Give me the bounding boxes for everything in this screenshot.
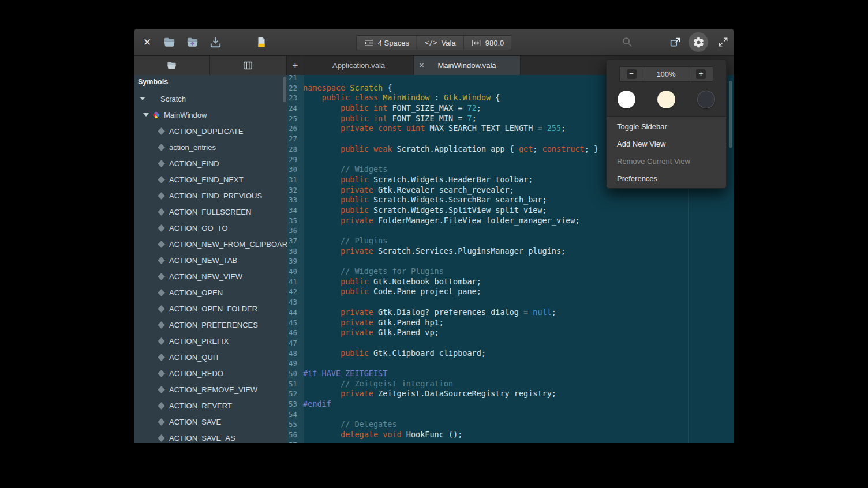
search-button[interactable] [618,32,637,52]
sidebar-item-ACTION_FIND_PREVIOUS[interactable]: ACTION_FIND_PREVIOUS [134,187,287,204]
code-line-54[interactable]: 54 [287,410,734,420]
sidebar-item-ACTION_SAVE[interactable]: ACTION_SAVE [134,414,287,430]
code-line-53[interactable]: 53#endif [287,399,734,410]
color-scheme-dark[interactable] [697,91,715,108]
color-scheme-solarized-light[interactable] [657,91,675,108]
symbols-pane-button[interactable] [210,56,286,75]
code-line-37[interactable]: 37 // Plugins [287,236,734,246]
sidebar-scrollbar[interactable] [283,77,286,102]
line-number: 21 [287,75,301,83]
new-from-template-button[interactable] [252,32,271,52]
code-line-34[interactable]: 34 public Scratch.Widgets.SplitView spli… [287,205,734,216]
color-scheme-light[interactable] [618,91,635,108]
sidebar-item-ACTION_QUIT[interactable]: ACTION_QUIT [134,349,287,365]
code-line-40[interactable]: 40 // Widgets for Plugins [287,266,734,277]
sidebar-item-action_entries[interactable]: action_entries [134,139,287,155]
line-number: 44 [287,307,301,318]
sidebar-item-ACTION_PREFIX[interactable]: ACTION_PREFIX [134,333,287,349]
symbol-label: ACTION_PREFIX [169,337,229,346]
code-line-35[interactable]: 35 private FolderManager.FileView folder… [287,216,734,226]
gear-icon [693,36,705,48]
settings-button[interactable] [689,32,708,52]
line-number: 36 [287,226,301,236]
code-line-46[interactable]: 46 private Gtk.Paned vp; [287,328,734,338]
sidebar-item-ACTION_FULLSCREEN[interactable]: ACTION_FULLSCREEN [134,204,287,220]
open-project-button[interactable] [182,32,202,52]
sidebar-item-ACTION_FIND_NEXT[interactable]: ACTION_FIND_NEXT [134,171,287,187]
code-line-57[interactable]: 57 [287,440,734,443]
symbol-label: ACTION_FULLSCREEN [169,208,251,216]
menu-item-remove-current-view: Remove Current View [607,152,726,170]
zoom-in-button[interactable]: + [689,67,713,81]
code-line-33[interactable]: 33 public Scratch.Widgets.SearchBar sear… [287,195,734,205]
menu-item-preferences[interactable]: Preferences [607,170,726,187]
code-line-51[interactable]: 51 // Zeitgeist integration [287,379,734,389]
line-number: 41 [287,277,301,287]
fullscreen-icon [717,36,729,48]
code-text: public weak Scratch.Application app { ge… [301,144,598,155]
editor-scrollbar[interactable] [729,81,732,148]
symbol-label: ACTION_DUPLICATE [169,127,243,136]
code-text: // Widgets [301,164,387,175]
new-tab-button[interactable]: + [287,56,304,75]
line-number: 57 [287,440,301,443]
language-button[interactable]: </> Vala [417,36,464,50]
tab-Application.vala[interactable]: Application.vala [304,56,414,75]
open-file-button[interactable] [159,32,179,52]
menu-item-add-new-view[interactable]: Add New View [607,135,726,152]
tab-close-icon[interactable]: ✕ [419,62,424,69]
sidebar-item-ACTION_REDO[interactable]: ACTION_REDO [134,365,287,381]
code-line-43[interactable]: 43 [287,297,734,307]
sidebar-title: Symbols [138,78,168,86]
code-line-55[interactable]: 55 // Delegates [287,419,734,430]
window-close-button[interactable]: ✕ [137,32,157,52]
tab-MainWindow.vala[interactable]: ✕MainWindow.vala [414,56,521,75]
code-line-50[interactable]: 50#if HAVE_ZEITGEIST [287,369,734,379]
fullscreen-button[interactable] [713,32,733,52]
code-line-56[interactable]: 56 delegate void HookFunc (); [287,430,734,440]
member-symbol-icon [158,337,165,345]
code-line-47[interactable]: 47 [287,338,734,348]
goto-line-button[interactable]: 980.0 [464,36,512,50]
sidebar-item-ACTION_SAVE_AS[interactable]: ACTION_SAVE_AS [134,430,287,443]
code-line-45[interactable]: 45 private Gtk.Paned hp1; [287,318,734,328]
sidebar-item-Scratch[interactable]: Scratch [134,91,287,107]
menu-item-toggle-sidebar[interactable]: Toggle Sidebar [607,118,726,135]
code-line-41[interactable]: 41 public Gtk.Notebook bottombar; [287,277,734,287]
code-line-38[interactable]: 38 private Scratch.Services.PluginsManag… [287,246,734,257]
code-line-48[interactable]: 48 public Gtk.Clipboard clipboard; [287,348,734,359]
open-project-folder-icon [186,36,199,49]
sidebar-item-ACTION_REMOVE_VIEW[interactable]: ACTION_REMOVE_VIEW [134,381,287,397]
indentation-button[interactable]: 4 Spaces [357,36,417,50]
sidebar-item-ACTION_DUPLICATE[interactable]: ACTION_DUPLICATE [134,123,287,139]
member-symbol-icon [158,418,165,426]
share-button[interactable] [665,32,685,52]
line-number: 46 [287,328,301,338]
code-line-42[interactable]: 42 public Code.Pane project_pane; [287,287,734,297]
save-button[interactable] [205,32,225,52]
sidebar-item-ACTION_GO_TO[interactable]: ACTION_GO_TO [134,220,287,236]
chevron-down-icon[interactable] [140,97,145,100]
code-line-44[interactable]: 44 private Gtk.Dialog? preferences_dialo… [287,307,734,318]
folder-pane-button[interactable] [134,56,210,75]
sidebar-item-ACTION_PREFERENCES[interactable]: ACTION_PREFERENCES [134,317,287,333]
code-line-36[interactable]: 36 [287,226,734,236]
code-line-39[interactable]: 39 [287,256,734,266]
zoom-level-button[interactable]: 100% [643,67,689,81]
sidebar-item-ACTION_OPEN_FOLDER[interactable]: ACTION_OPEN_FOLDER [134,301,287,317]
sidebar-item-ACTION_OPEN[interactable]: ACTION_OPEN [134,284,287,301]
sidebar-item-ACTION_REVERT[interactable]: ACTION_REVERT [134,397,287,414]
sidebar-item-ACTION_FIND[interactable]: ACTION_FIND [134,155,287,171]
symbol-label: ACTION_QUIT [169,353,219,362]
code-text: public Scratch.Widgets.SplitView split_v… [301,205,547,216]
zoom-out-button[interactable]: − [620,67,643,81]
sidebar-item-ACTION_NEW_TAB[interactable]: ACTION_NEW_TAB [134,252,287,268]
code-line-52[interactable]: 52 private Zeitgeist.DataSourceRegistry … [287,389,734,399]
chevron-down-icon[interactable] [143,113,149,117]
save-icon [209,36,222,49]
sidebar-item-ACTION_NEW_VIEW[interactable]: ACTION_NEW_VIEW [134,268,287,284]
code-line-49[interactable]: 49 [287,358,734,369]
line-number: 42 [287,287,301,297]
sidebar-item-ACTION_NEW_FROM_CLIPBOARD[interactable]: ACTION_NEW_FROM_CLIPBOARD [134,236,287,252]
sidebar-item-MainWindow[interactable]: MainWindow [134,107,287,123]
